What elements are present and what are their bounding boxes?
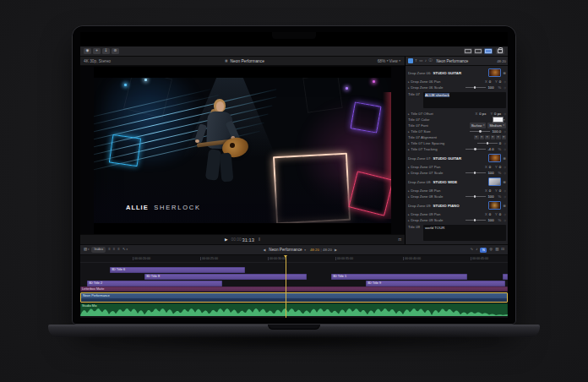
title-09-text-field[interactable]: world TOUR	[423, 225, 506, 241]
keyframe-icon[interactable]: ◇	[504, 142, 506, 145]
timeline-clip-3d-title-6[interactable]: 3D Title 6	[110, 267, 245, 273]
drop-zone-06-scale-value[interactable]: 100	[487, 85, 493, 90]
title-07-size-slider[interactable]	[470, 131, 490, 132]
snapping-button[interactable]: N	[480, 248, 487, 253]
title-07-alignment-button-5[interactable]: ≡	[502, 135, 507, 139]
title-07-tracking-slider[interactable]	[466, 149, 486, 150]
skimming-button[interactable]: ∿	[470, 248, 473, 251]
drop-zone-07-pan-x-value[interactable]: 0	[489, 165, 491, 169]
disclosure-icon[interactable]: ▸	[408, 148, 410, 151]
video-inspector-tab[interactable]: ▭	[419, 59, 422, 63]
title-07-offset-y-value[interactable]: 0 px	[494, 112, 501, 116]
playhead[interactable]	[286, 255, 286, 318]
keyframe-icon[interactable]: ◇	[504, 166, 506, 169]
title-07-line-spacing-value[interactable]: 0	[499, 141, 501, 145]
timeline-project-name[interactable]: Neon Performance	[269, 248, 302, 252]
keyword-editor-button[interactable]: ↧	[102, 48, 110, 54]
title-07-font-family-select[interactable]: Barlow▾	[470, 123, 487, 128]
drop-zone-07-header-thumbnail[interactable]	[488, 154, 501, 162]
timeline-ruler[interactable]: 00:00:20:0000:00:25:0000:00:30:0000:00:3…	[80, 255, 508, 263]
toggle-timeline-button[interactable]	[474, 48, 482, 54]
toggle-inspector-button[interactable]	[484, 48, 493, 54]
title-07-alignment-button-4[interactable]: ≡	[496, 135, 501, 139]
disclosure-icon[interactable]: ▸	[408, 213, 410, 216]
keyframe-icon[interactable]: ◇	[504, 86, 506, 90]
disclosure-icon[interactable]: ▸	[408, 130, 410, 134]
solo-button[interactable]: ◎	[489, 248, 493, 251]
keyframe-icon[interactable]: ◇	[504, 80, 506, 84]
timeline-clip-3d-title-9[interactable]: 3D Title 9	[366, 281, 505, 286]
title-07-size-slider-knob[interactable]	[479, 130, 482, 133]
drop-zone-06-pan-x-value[interactable]: 0	[489, 79, 491, 84]
toggle-browser-button[interactable]	[464, 48, 472, 54]
background-tasks-button[interactable]: ◉	[84, 48, 91, 54]
drop-zone-06-header-thumbnail[interactable]	[488, 68, 501, 77]
keyframe-icon[interactable]: ◇	[504, 189, 506, 193]
video-frame[interactable]: ALLIE SHERLOCK	[94, 67, 391, 234]
title-inspector-tab[interactable]: T	[415, 59, 417, 63]
playhead-handle[interactable]	[284, 255, 287, 258]
drop-zone-07-pan-y-value[interactable]: 0	[499, 165, 501, 169]
drop-zone-09-pan-x-value[interactable]: 0	[489, 212, 491, 216]
render-status-button[interactable]: ⊘	[112, 48, 119, 54]
drop-zone-08-header-clear-icon[interactable]: ⊗	[503, 180, 506, 184]
drop-zone-09-pan-y-value[interactable]: 0	[499, 212, 501, 216]
viewer-view-menu[interactable]: View	[389, 59, 398, 63]
title-07-alignment-button-1[interactable]: ≡	[480, 135, 485, 139]
drop-zone-06-pan-y-value[interactable]: 0	[499, 79, 501, 84]
title-07-alignment-button-2[interactable]: ≡	[485, 135, 490, 139]
title-07-font-weight-select[interactable]: Medium▾	[487, 123, 506, 128]
keyframe-icon[interactable]: ◇	[504, 219, 506, 222]
clip-appearance-menu-button[interactable]: ▥	[495, 248, 498, 251]
list-view-button[interactable]: ≡	[117, 248, 120, 251]
drop-zone-08-pan-y-value[interactable]: 0	[499, 188, 501, 193]
title-07-tracking-slider-knob[interactable]	[474, 148, 476, 150]
generator-inspector-tab[interactable]	[408, 58, 413, 63]
title-07-line-spacing-slider-knob[interactable]	[487, 142, 489, 145]
keyframe-icon[interactable]: ◇	[504, 213, 506, 216]
drop-zone-09-header-clear-icon[interactable]: ⊗	[503, 204, 506, 208]
drop-zone-09-scale-value[interactable]: 100	[487, 218, 493, 222]
disclosure-icon[interactable]: ▸	[408, 112, 410, 116]
drop-zone-06-header-clear-icon[interactable]: ⊗	[503, 71, 506, 75]
drop-zone-09-scale-slider[interactable]	[466, 220, 486, 221]
title-07-line-spacing-slider[interactable]	[477, 143, 498, 144]
keyframe-icon[interactable]: ◇	[504, 172, 506, 175]
drop-zone-08-scale-slider-knob[interactable]	[474, 195, 476, 198]
disclosure-icon[interactable]: ▸	[408, 219, 410, 222]
timeline-zoom-fit-button[interactable]: ⊡	[501, 248, 504, 251]
timeline-clip-3d-title-2[interactable]: 3D Title 2	[87, 281, 222, 286]
title-07-color-swatch[interactable]	[493, 117, 504, 123]
title-07-text-field[interactable]: ALLIE sherlock	[423, 92, 506, 108]
keyframe-icon[interactable]: ◇	[504, 130, 506, 134]
timeline-clip-title-fragment[interactable]	[503, 274, 508, 280]
clip-appearance-button[interactable]: ▧▾	[84, 248, 89, 251]
keyframe-icon[interactable]: ◇	[504, 112, 506, 116]
timeline-history-forward-button[interactable]: ▶	[335, 248, 337, 252]
disclosure-icon[interactable]: ▸	[408, 142, 410, 145]
viewer-fullscreen-icon[interactable]: ⊡	[398, 237, 401, 242]
keyframe-icon[interactable]: ◇	[504, 148, 506, 151]
list-view-button[interactable]: ≡	[113, 248, 116, 251]
audio-meters-icon[interactable]: ‖	[259, 237, 260, 242]
drop-zone-07-header-clear-icon[interactable]: ⊗	[503, 156, 506, 161]
list-view-button[interactable]: ≡	[108, 248, 111, 251]
drop-zone-06-scale-slider[interactable]	[466, 87, 486, 88]
timeline-history-back-button[interactable]: ◀	[263, 248, 265, 252]
timeline-clip-3d-title-8[interactable]: 3D Title 8	[144, 274, 307, 280]
drop-zone-07-scale-value[interactable]: 100	[487, 171, 493, 175]
drop-zone-08-header-thumbnail[interactable]	[488, 177, 501, 186]
disclosure-icon[interactable]: ▸	[408, 86, 410, 90]
drop-zone-07-scale-slider-knob[interactable]	[474, 172, 476, 174]
audio-skimming-button[interactable]: ♪	[476, 248, 477, 251]
title-07-alignment-button-0[interactable]: ≡	[474, 135, 479, 139]
disclosure-icon[interactable]: ▸	[408, 172, 410, 175]
drop-zone-09-header-thumbnail[interactable]	[488, 201, 501, 210]
import-media-button[interactable]: +	[93, 48, 101, 54]
drop-zone-06-scale-slider-knob[interactable]	[474, 86, 476, 89]
tool-menu-button[interactable]: ↖▾	[122, 248, 128, 251]
timeline-clip-studio-mix[interactable]: Studio Mix	[80, 303, 508, 316]
index-button[interactable]: Index	[91, 247, 106, 252]
timeline-clip-neon-performance[interactable]: Neon Performance	[80, 292, 508, 303]
drop-zone-08-scale-value[interactable]: 100	[487, 194, 493, 199]
